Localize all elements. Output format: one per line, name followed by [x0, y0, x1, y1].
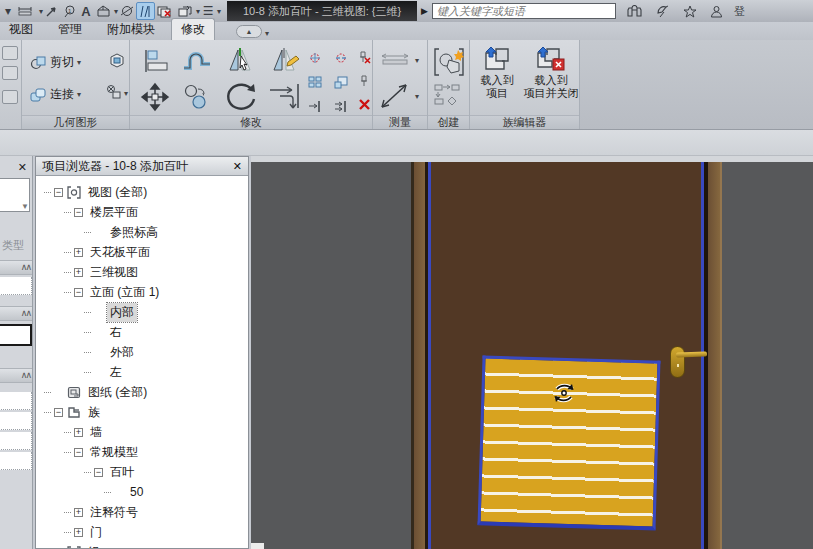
- measure-panel-label[interactable]: 测量: [373, 115, 427, 129]
- mirror-pick-axis-icon[interactable]: [226, 46, 256, 77]
- collapse-chevron-icon[interactable]: ∧∧: [21, 262, 30, 272]
- tree-item-label[interactable]: 常规模型: [87, 443, 141, 462]
- tree-item[interactable]: +天花板平面: [36, 242, 248, 262]
- trim-extend-icon[interactable]: [268, 82, 302, 113]
- tree-item[interactable]: +墙: [36, 422, 248, 442]
- delete-icon[interactable]: [358, 98, 371, 110]
- tree-item-label[interactable]: 门: [87, 523, 105, 542]
- user-icon[interactable]: [708, 2, 725, 20]
- tab-modify[interactable]: 修改: [171, 18, 215, 40]
- properties-group-header[interactable]: ∧∧: [0, 260, 33, 275]
- thin-lines-icon[interactable]: [136, 2, 155, 20]
- split-element-icon[interactable]: [308, 52, 321, 64]
- expand-icon[interactable]: +: [74, 248, 83, 257]
- tree-item-label[interactable]: 注释符号: [87, 503, 141, 522]
- family-editor-panel-label[interactable]: 族编辑器: [470, 115, 579, 129]
- unpin-icon[interactable]: [356, 50, 369, 62]
- measure-icon[interactable]: [379, 80, 411, 113]
- tree-item[interactable]: 图纸 (全部): [36, 382, 248, 402]
- tree-item[interactable]: +门: [36, 522, 248, 542]
- expand-icon[interactable]: +: [74, 508, 83, 517]
- sign-in-label[interactable]: 登: [734, 4, 745, 19]
- collapse-icon[interactable]: −: [74, 208, 83, 217]
- paint-face-icon[interactable]: [108, 52, 126, 72]
- drawing-area[interactable]: [251, 156, 813, 549]
- tree-item-label[interactable]: 50: [127, 484, 146, 500]
- tree-item[interactable]: 50: [36, 482, 248, 502]
- communication-center-icon[interactable]: [654, 2, 672, 20]
- dimension-panel-caret[interactable]: ▾: [415, 56, 419, 65]
- tree-item-label[interactable]: 族: [85, 403, 103, 422]
- ribbon-collapse-caret[interactable]: ▾: [265, 29, 269, 38]
- geometry-panel-label[interactable]: 几何图形: [22, 115, 129, 129]
- tree-item-label[interactable]: 墙: [87, 423, 105, 442]
- tree-item-label[interactable]: 视图 (全部): [85, 183, 150, 202]
- expand-icon[interactable]: +: [74, 428, 83, 437]
- collapse-icon[interactable]: −: [54, 408, 63, 417]
- tree-item[interactable]: −常规模型: [36, 442, 248, 462]
- properties-value-field[interactable]: [0, 324, 32, 346]
- rotate-icon[interactable]: [224, 80, 258, 115]
- tree-item-label[interactable]: 图纸 (全部): [85, 383, 150, 402]
- tab-view[interactable]: 视图: [0, 19, 42, 40]
- tree-item-label[interactable]: 百叶: [107, 463, 137, 482]
- properties-group-header[interactable]: ∧∧: [0, 368, 33, 383]
- modify-panel-label[interactable]: 修改: [130, 115, 372, 129]
- tree-item-label[interactable]: 外部: [107, 343, 137, 362]
- cut-caret[interactable]: ▾: [77, 58, 81, 67]
- tree-item[interactable]: 右: [36, 322, 248, 342]
- join-caret[interactable]: ▾: [77, 90, 81, 99]
- mirror-draw-axis-icon[interactable]: [270, 46, 300, 77]
- tree-item[interactable]: −组: [36, 542, 248, 548]
- pin-icon[interactable]: [358, 74, 371, 86]
- tree-item-label[interactable]: 左: [107, 363, 125, 382]
- project-browser-titlebar[interactable]: 项目浏览器 - 10-8 添加百叶 ✕: [36, 157, 248, 176]
- tree-item-label[interactable]: 内部: [107, 303, 137, 322]
- offset-icon[interactable]: [182, 50, 212, 77]
- tree-item-label[interactable]: 天花板平面: [87, 243, 153, 262]
- transfer-icons[interactable]: [434, 84, 447, 96]
- tree-item[interactable]: −族: [36, 402, 248, 422]
- door-frame-left[interactable]: [414, 162, 425, 549]
- tag-arrow-icon[interactable]: [43, 2, 60, 20]
- favorites-star-icon[interactable]: [681, 2, 699, 20]
- tree-item-label[interactable]: 三维视图: [87, 263, 141, 282]
- ribbon-collapse-button[interactable]: ▲: [236, 25, 262, 38]
- cut-button[interactable]: 剪切 ▾: [30, 54, 81, 71]
- project-browser-close-icon[interactable]: ✕: [233, 160, 242, 173]
- collapse-icon[interactable]: −: [74, 448, 83, 457]
- properties-row[interactable]: [0, 277, 32, 295]
- tree-item[interactable]: +注释符号: [36, 502, 248, 522]
- tag-by-category-icon[interactable]: 1: [60, 2, 78, 20]
- tab-addins[interactable]: 附加模块: [98, 19, 164, 40]
- search-input[interactable]: [432, 3, 616, 19]
- copy-icon[interactable]: [182, 84, 212, 113]
- properties-row[interactable]: [0, 412, 32, 430]
- text-note-icon[interactable]: A: [78, 2, 94, 20]
- qat-overflow-caret[interactable]: ▾: [0, 2, 16, 20]
- scale-icon[interactable]: [334, 76, 347, 88]
- collapse-chevron-icon[interactable]: ∧∧: [21, 370, 30, 380]
- join-button[interactable]: 连接 ▾: [30, 86, 81, 103]
- expand-icon[interactable]: +: [74, 528, 83, 537]
- tree-item[interactable]: −视图 (全部): [36, 182, 248, 202]
- create-group-icon[interactable]: [433, 46, 465, 81]
- trim-multiple-icon[interactable]: [334, 100, 347, 112]
- properties-row[interactable]: [0, 452, 32, 470]
- measure-panel-caret[interactable]: ▾: [415, 92, 419, 101]
- tree-item[interactable]: −立面 (立面 1): [36, 282, 248, 302]
- tree-item-label[interactable]: 立面 (立面 1): [87, 283, 162, 302]
- load-into-project-button[interactable]: 载入到 项目: [471, 45, 523, 100]
- tree-item[interactable]: −百叶: [36, 462, 248, 482]
- properties-group-header[interactable]: ∧∧: [0, 306, 33, 321]
- search-binoculars-icon[interactable]: [624, 2, 645, 20]
- tree-item[interactable]: 内部: [36, 302, 248, 322]
- aligned-dimension-icon[interactable]: [16, 2, 38, 20]
- collapse-chevron-icon[interactable]: ∧∧: [21, 308, 30, 318]
- tree-item-label[interactable]: 楼层平面: [87, 203, 141, 222]
- title-next-arrow[interactable]: ▶: [421, 6, 428, 16]
- tab-manage[interactable]: 管理: [49, 19, 91, 40]
- align-icon[interactable]: [142, 48, 170, 77]
- door-handle-plate[interactable]: [670, 346, 685, 378]
- collapse-icon[interactable]: −: [54, 548, 63, 549]
